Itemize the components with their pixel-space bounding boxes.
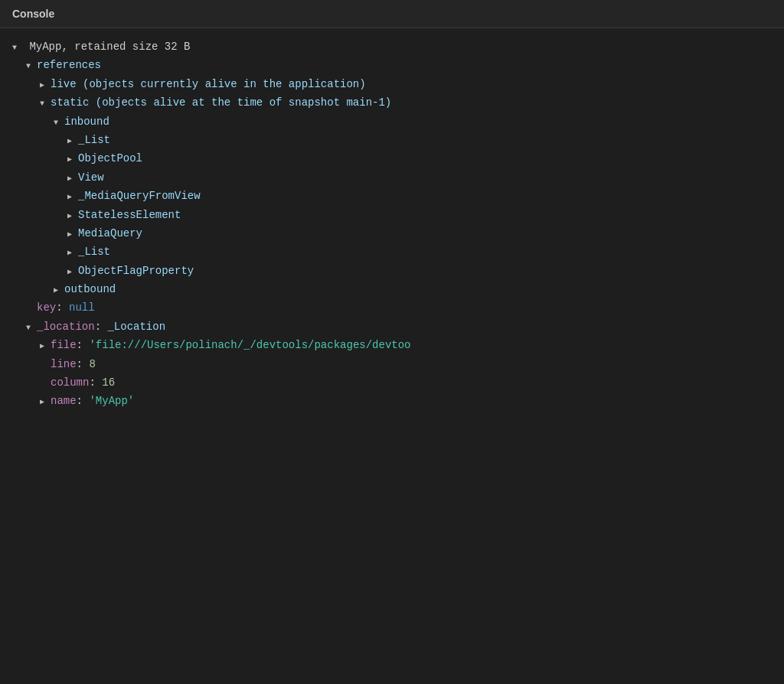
inbound-node[interactable]: inbound (12, 112, 772, 131)
location-colon: : (95, 318, 108, 335)
location-key-label: _location (37, 318, 95, 335)
line-property: line : 8 (12, 355, 772, 373)
list-item-toggle-7[interactable] (67, 266, 78, 278)
list-item-toggle-1[interactable] (67, 154, 78, 166)
name-property[interactable]: name : 'MyApp' (12, 392, 772, 410)
file-key: file (51, 337, 77, 353)
static-toggle[interactable] (40, 98, 51, 110)
console-body: MyApp, retained size 32 B references liv… (0, 28, 784, 420)
column-value: 16 (102, 374, 115, 391)
outbound-node[interactable]: outbound (12, 280, 772, 298)
static-label: static (objects alive at the time of sna… (51, 94, 391, 111)
references-label: references (37, 57, 101, 73)
list-item-toggle-0[interactable] (67, 135, 78, 148)
console-title: Console (12, 8, 54, 20)
file-colon: : (77, 337, 90, 353)
inbound-item-0: _List (78, 132, 110, 148)
inbound-label: inbound (64, 113, 109, 130)
inbound-toggle[interactable] (54, 117, 64, 129)
line-colon: : (77, 356, 90, 373)
tree-root[interactable]: MyApp, retained size 32 B (12, 37, 772, 56)
list-item[interactable]: _List (12, 131, 772, 149)
list-item[interactable]: _MediaQueryFromView (12, 187, 772, 205)
inbound-item-3: _MediaQueryFromView (78, 187, 201, 204)
list-item[interactable]: MediaQuery (12, 224, 772, 243)
list-item[interactable]: _List (12, 243, 772, 261)
list-item[interactable]: ObjectFlagProperty (12, 262, 772, 280)
location-node[interactable]: _location : _Location (12, 318, 772, 336)
retained-text: retained size (74, 38, 165, 55)
inbound-item-1: ObjectPool (78, 150, 142, 167)
name-colon: : (77, 392, 90, 409)
list-item[interactable]: StatelessElement (12, 206, 772, 224)
static-node[interactable]: static (objects alive at the time of sna… (12, 93, 772, 112)
inbound-item-7: ObjectFlagProperty (78, 262, 194, 279)
location-toggle[interactable] (26, 322, 37, 334)
file-toggle[interactable] (40, 340, 51, 353)
column-property: column : 16 (12, 373, 772, 392)
inbound-item-4: StatelessElement (78, 207, 181, 223)
location-type: _Location (107, 318, 165, 335)
live-toggle[interactable] (40, 80, 51, 92)
console-header: Console (0, 0, 784, 28)
list-item-toggle-4[interactable] (67, 210, 78, 223)
list-item-toggle-3[interactable] (67, 191, 78, 204)
list-item-toggle-2[interactable] (67, 173, 78, 185)
file-property[interactable]: file : 'file:///Users/polinach/_/devtool… (12, 336, 772, 354)
outbound-label: outbound (64, 281, 116, 298)
list-item-toggle-6[interactable] (67, 247, 78, 259)
root-label: MyApp, (23, 38, 74, 55)
live-node[interactable]: live (objects currently alive in the app… (12, 75, 772, 93)
line-value: 8 (89, 356, 95, 373)
live-label: live (objects currently alive in the app… (51, 76, 366, 93)
inbound-item-2: View (78, 169, 104, 186)
name-value: 'MyApp' (89, 392, 134, 409)
outbound-toggle[interactable] (54, 285, 64, 297)
file-value: 'file:///Users/polinach/_/devtools/packa… (89, 337, 410, 353)
name-key: name (51, 392, 77, 409)
key-colon: : (56, 299, 69, 316)
column-key: column (51, 374, 89, 391)
key-label: key (37, 299, 56, 316)
list-item[interactable]: ObjectPool (12, 149, 772, 168)
line-key: line (51, 356, 77, 373)
name-toggle[interactable] (40, 396, 51, 409)
key-value: null (69, 299, 95, 316)
root-toggle[interactable] (12, 42, 23, 54)
references-toggle[interactable] (26, 60, 37, 73)
key-property: key : null (12, 298, 772, 317)
references-node[interactable]: references (12, 56, 772, 74)
list-item[interactable]: View (12, 168, 772, 187)
column-colon: : (89, 374, 102, 391)
list-item-toggle-5[interactable] (67, 229, 78, 241)
inbound-item-6: _List (78, 243, 110, 260)
root-size: 32 B (165, 38, 191, 55)
inbound-item-5: MediaQuery (78, 225, 142, 242)
